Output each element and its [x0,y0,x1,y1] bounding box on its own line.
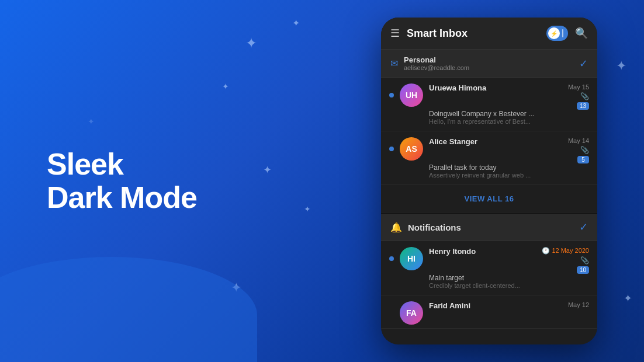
hero-line1: Sleek [47,147,123,181]
notification-item[interactable]: HI Henry Itondo 🕐 12 May 2020 📎 10 Main … [381,241,597,295]
email-date: May 12 [568,301,589,308]
email-date: 🕐 12 May 2020 [542,247,589,255]
unread-dot [389,93,394,98]
personal-info: Personal aeliseev@readdle.com [404,55,573,71]
email-item[interactable]: AS Alice Stanger May 14 📎 5 Parallel tas… [381,131,597,185]
email-meta: Farid Amini May 12 [429,301,589,310]
email-badge: 10 [577,266,589,274]
toggle-knob: ⚡ [548,27,560,39]
email-subject: Main target [429,274,589,282]
avatar: AS [400,137,423,161]
sparkle-icon: ✦ [245,35,257,51]
email-meta: Henry Itondo 🕐 12 May 2020 📎 10 [429,247,589,274]
sparkle-icon: ✦ [263,163,272,176]
unread-dot [389,256,394,261]
email-meta-right: May 14 📎 5 [568,137,589,163]
sparkle-icon: ✦ [88,117,95,126]
email-subject: Doingwell Company x Bestever ... [429,110,589,118]
notifications-section[interactable]: 🔔 Notifications ✓ [381,213,597,241]
email-date: May 14 [568,137,589,144]
clock-icon: 🕐 [542,247,550,254]
email-meta: Alice Stanger May 14 📎 5 [429,137,589,163]
toggle-line [562,29,563,37]
view-all-label: VIEW ALL 16 [465,194,514,203]
sparkle-icon: ✦ [222,82,229,91]
check-circle-icon: ✓ [579,221,588,234]
avatar: HI [400,247,423,270]
sender-name: Alice Stanger [429,137,477,146]
email-subject: Parallel task for today [429,163,589,172]
hero-line2: Dark Mode [47,180,197,214]
notifications-label: Notifications [408,222,573,232]
sparkle-icon: ✦ [616,58,626,74]
email-body: Henry Itondo 🕐 12 May 2020 📎 10 Main tar… [429,247,589,289]
attachment-icon: 📎 [580,146,589,154]
email-preview: Credibly target client-centered... [429,282,589,289]
email-date: May 15 [568,83,589,90]
email-preview: Hello, I'm a representative of Best... [429,118,589,125]
personal-label: Personal [404,55,573,64]
unread-dot [389,311,394,315]
email-meta-right: May 12 [568,301,589,308]
toggle-switch[interactable]: ⚡ [546,26,568,41]
hamburger-icon[interactable]: ☰ [390,27,400,40]
check-circle-icon: ✓ [579,57,588,70]
email-meta-right: 🕐 12 May 2020 📎 10 [542,247,589,274]
email-meta-right: May 15 📎 13 [568,83,589,110]
sparkle-icon: ✦ [292,18,300,29]
phone-header: ☰ Smart Inbox ⚡ 🔍 [381,18,597,50]
unread-dot [389,147,394,151]
app-title: Smart Inbox [407,27,539,40]
bolt-icon: ⚡ [550,30,558,37]
phone-mockup: ☰ Smart Inbox ⚡ 🔍 ✉ Personal aeliseev@re… [381,18,597,344]
sender-name: Henry Itondo [429,247,476,256]
email-badge: 5 [577,156,589,163]
email-meta: Uruewa Himona May 15 📎 13 [429,83,589,110]
sparkle-icon: ✦ [304,204,311,214]
sender-name: Farid Amini [429,301,470,310]
hero-text: Sleek Dark Mode [47,148,197,214]
attachment-icon: 📎 [580,92,589,100]
bell-icon: 🔔 [390,222,402,233]
search-icon[interactable]: 🔍 [575,27,588,40]
view-all-button[interactable]: VIEW ALL 16 [381,185,597,213]
email-body: Uruewa Himona May 15 📎 13 Doingwell Comp… [429,83,589,125]
personal-email: aeliseev@readdle.com [404,64,573,71]
email-body: Farid Amini May 12 [429,301,589,310]
mail-icon: ✉ [390,58,398,69]
email-list: UH Uruewa Himona May 15 📎 13 Doingwell C… [381,78,597,185]
email-preview: Assertively reinvent granular web ... [429,172,589,179]
email-badge: 13 [577,102,589,110]
email-item[interactable]: UH Uruewa Himona May 15 📎 13 Doingwell C… [381,78,597,131]
email-body: Alice Stanger May 14 📎 5 Parallel task f… [429,137,589,179]
attachment-icon: 📎 [580,256,589,264]
sparkle-icon: ✦ [624,292,632,305]
avatar: UH [400,83,423,107]
sender-name: Uruewa Himona [429,83,486,92]
avatar: FA [400,301,423,325]
notification-item[interactable]: FA Farid Amini May 12 [381,295,597,329]
notifications-list: HI Henry Itondo 🕐 12 May 2020 📎 10 Main … [381,241,597,329]
personal-section[interactable]: ✉ Personal aeliseev@readdle.com ✓ [381,50,597,78]
